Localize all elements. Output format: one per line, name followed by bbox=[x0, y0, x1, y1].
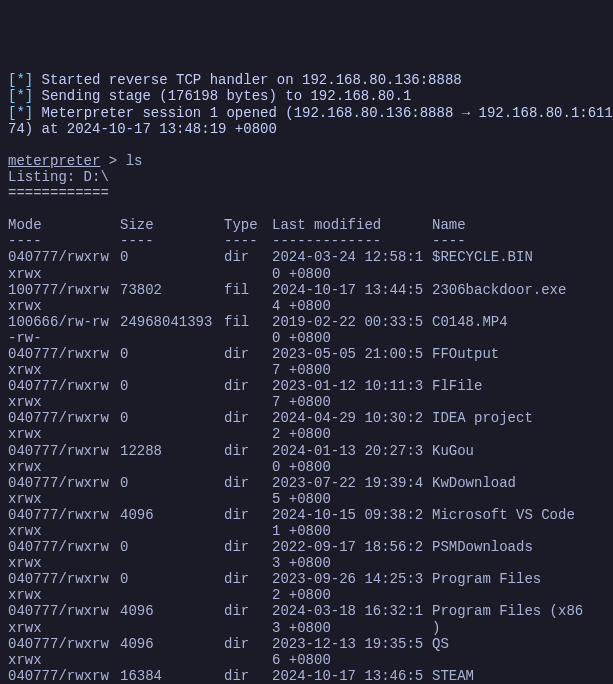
cell-name bbox=[432, 362, 605, 378]
cell-name: Program Files bbox=[432, 571, 605, 587]
cell-modified: 7 +0800 bbox=[272, 362, 432, 378]
cell-name: $RECYCLE.BIN bbox=[432, 249, 605, 265]
cell-name bbox=[432, 394, 605, 410]
cell-modified: 2023-05-05 21:00:5 bbox=[272, 346, 432, 362]
status-prefix: [*] bbox=[8, 105, 33, 121]
cell-modified: 1 +0800 bbox=[272, 523, 432, 539]
cell-modified: 3 +0800 bbox=[272, 620, 432, 636]
cell-type bbox=[224, 555, 272, 571]
cell-name bbox=[432, 587, 605, 603]
prompt-name[interactable]: meterpreter bbox=[8, 153, 100, 169]
cell-modified: 2023-01-12 10:11:3 bbox=[272, 378, 432, 394]
cell-size: 0 bbox=[120, 378, 224, 394]
cell-mode: xrwx bbox=[8, 620, 120, 636]
cell-size bbox=[120, 330, 224, 346]
cell-mode: 040777/rwxrw bbox=[8, 378, 120, 394]
cell-size: 0 bbox=[120, 410, 224, 426]
cell-name bbox=[432, 652, 605, 668]
cell-size: 4096 bbox=[120, 603, 224, 619]
cell-name bbox=[432, 523, 605, 539]
cell-mode: 040777/rwxrw bbox=[8, 571, 120, 587]
cell-mode: 040777/rwxrw bbox=[8, 507, 120, 523]
cell-type: fil bbox=[224, 314, 272, 330]
cell-mode: 100666/rw-rw bbox=[8, 314, 120, 330]
cell-type bbox=[224, 394, 272, 410]
cell-size: 0 bbox=[120, 571, 224, 587]
cell-size: 0 bbox=[120, 346, 224, 362]
cell-size: 73802 bbox=[120, 282, 224, 298]
table-row: xrwx3 +0800) bbox=[8, 620, 605, 636]
cell-type: dir bbox=[224, 346, 272, 362]
table-row: 040777/rwxrw4096dir2023-12-13 19:35:5QS bbox=[8, 636, 605, 652]
cell-mode: 040777/rwxrw bbox=[8, 668, 120, 684]
cell-mode: xrwx bbox=[8, 426, 120, 442]
cell-mode: 040777/rwxrw bbox=[8, 636, 120, 652]
cell-name: KuGou bbox=[432, 443, 605, 459]
cell-mode: 040777/rwxrw bbox=[8, 603, 120, 619]
cell-type bbox=[224, 330, 272, 346]
header-name: Name bbox=[432, 217, 605, 233]
cell-name bbox=[432, 330, 605, 346]
table-row: xrwx1 +0800 bbox=[8, 523, 605, 539]
table-row: 040777/rwxrw0dir2023-09-26 14:25:3Progra… bbox=[8, 571, 605, 587]
cell-modified: 2024-01-13 20:27:3 bbox=[272, 443, 432, 459]
table-row: xrwx3 +0800 bbox=[8, 555, 605, 571]
table-row: 040777/rwxrw12288dir2024-01-13 20:27:3Ku… bbox=[8, 443, 605, 459]
cell-type: fil bbox=[224, 282, 272, 298]
cell-size bbox=[120, 523, 224, 539]
table-row: 040777/rwxrw0dir2023-07-22 19:39:4KwDown… bbox=[8, 475, 605, 491]
cell-mode: xrwx bbox=[8, 555, 120, 571]
cell-name: FlFile bbox=[432, 378, 605, 394]
cell-mode: xrwx bbox=[8, 459, 120, 475]
cell-size: 4096 bbox=[120, 507, 224, 523]
prompt-command[interactable]: > ls bbox=[100, 153, 142, 169]
cell-mode: 040777/rwxrw bbox=[8, 346, 120, 362]
cell-mode: xrwx bbox=[8, 652, 120, 668]
cell-type bbox=[224, 620, 272, 636]
table-row: 100666/rw-rw24968041393fil2019-02-22 00:… bbox=[8, 314, 605, 330]
cell-modified: 4 +0800 bbox=[272, 298, 432, 314]
sep-name: ---- bbox=[432, 233, 605, 249]
cell-modified: 2022-09-17 18:56:2 bbox=[272, 539, 432, 555]
cell-type: dir bbox=[224, 668, 272, 684]
cell-modified: 2024-03-24 12:58:1 bbox=[272, 249, 432, 265]
listing-hr: ============ bbox=[8, 185, 109, 201]
cell-modified: 0 +0800 bbox=[272, 266, 432, 282]
cell-mode: xrwx bbox=[8, 298, 120, 314]
cell-type: dir bbox=[224, 410, 272, 426]
sep-mode: ---- bbox=[8, 233, 120, 249]
cell-modified: 2023-12-13 19:35:5 bbox=[272, 636, 432, 652]
table-row: xrwx4 +0800 bbox=[8, 298, 605, 314]
cell-name: KwDownload bbox=[432, 475, 605, 491]
cell-mode: 100777/rwxrw bbox=[8, 282, 120, 298]
cell-size: 16384 bbox=[120, 668, 224, 684]
cell-size bbox=[120, 491, 224, 507]
cell-type: dir bbox=[224, 603, 272, 619]
status-text: Sending stage (176198 bytes) to 192.168.… bbox=[33, 88, 411, 104]
table-row: 040777/rwxrw0dir2023-01-12 10:11:3FlFile bbox=[8, 378, 605, 394]
cell-mode: xrwx bbox=[8, 587, 120, 603]
terminal-output: [*] Started reverse TCP handler on 192.1… bbox=[8, 72, 605, 684]
status-prefix: [*] bbox=[8, 72, 33, 88]
cell-mode: 040777/rwxrw bbox=[8, 443, 120, 459]
table-row: xrwx2 +0800 bbox=[8, 587, 605, 603]
cell-size bbox=[120, 587, 224, 603]
cell-name: ) bbox=[432, 620, 605, 636]
cell-mode: 040777/rwxrw bbox=[8, 410, 120, 426]
table-row: xrwx0 +0800 bbox=[8, 266, 605, 282]
cell-size bbox=[120, 266, 224, 282]
table-row: xrwx7 +0800 bbox=[8, 362, 605, 378]
cell-modified: 7 +0800 bbox=[272, 394, 432, 410]
cell-type bbox=[224, 426, 272, 442]
cell-modified: 2024-10-17 13:46:5 bbox=[272, 668, 432, 684]
cell-type: dir bbox=[224, 249, 272, 265]
cell-size: 24968041393 bbox=[120, 314, 224, 330]
status-prefix: [*] bbox=[8, 88, 33, 104]
cell-mode: 040777/rwxrw bbox=[8, 249, 120, 265]
cell-modified: 6 +0800 bbox=[272, 652, 432, 668]
table-row: -rw-0 +0800 bbox=[8, 330, 605, 346]
table-row: 040777/rwxrw0dir2023-05-05 21:00:5FFOutp… bbox=[8, 346, 605, 362]
cell-modified: 3 +0800 bbox=[272, 555, 432, 571]
table-row: xrwx0 +0800 bbox=[8, 459, 605, 475]
cell-name bbox=[432, 426, 605, 442]
